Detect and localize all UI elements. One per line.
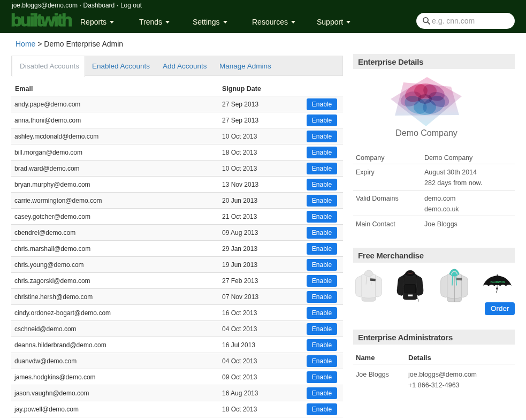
svg-text:BuiltWith: BuiltWith — [490, 280, 505, 284]
